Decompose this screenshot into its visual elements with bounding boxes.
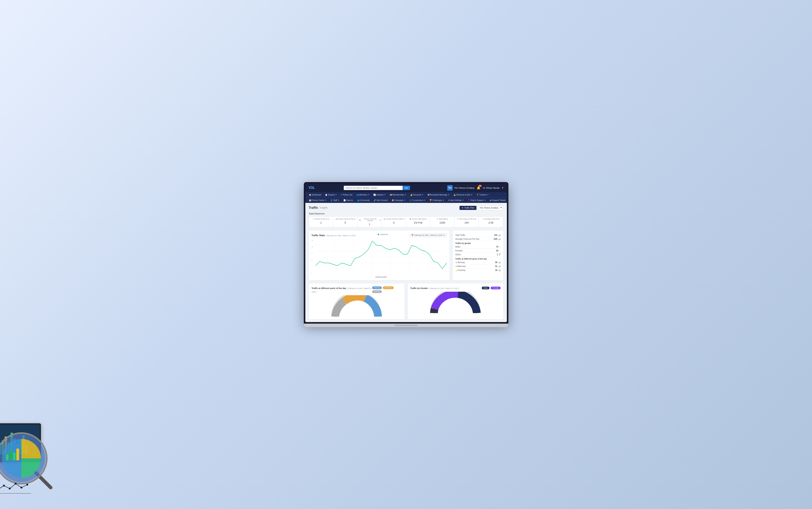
avg-checkins-label: Average Check-ins Per Day bbox=[455, 238, 479, 240]
x-axis-label[interactable]: Checkin Dates bbox=[316, 276, 447, 278]
fitness-center-icon: 🏢 bbox=[309, 199, 311, 201]
nav-memberships[interactable]: 🎫 Memberships ▼ bbox=[388, 192, 409, 198]
males-label: Males bbox=[455, 246, 461, 248]
women-icon: 📊 bbox=[359, 219, 361, 220]
nav-dashboard[interactable]: 🏠 Dashboard bbox=[307, 192, 323, 198]
stat-avg-checkins-header: ⊙ Average Check-ins ℹ bbox=[480, 218, 502, 220]
content-area: Traffic Insights ▼ Traffic Filter YDL Fi… bbox=[305, 203, 507, 322]
legend-dot-checkins bbox=[378, 234, 379, 235]
campaign-icon: 🎯 bbox=[392, 199, 394, 201]
nav-trainers[interactable]: 🏋 Trainers ▼ bbox=[475, 192, 490, 198]
info-icon-2[interactable]: ℹ bbox=[380, 219, 380, 221]
males-tag[interactable]: Males bbox=[482, 286, 489, 290]
svg-rect-6 bbox=[17, 449, 19, 460]
nav-app-settings[interactable]: ⚙ App Settings ▼ bbox=[446, 198, 466, 203]
females-tag[interactable]: Females bbox=[491, 286, 500, 290]
other-gender-icon: ⚥ bbox=[499, 253, 500, 256]
stat-traffic-rate-header: ◉ Current Traffic Rate ℹ bbox=[407, 218, 429, 220]
traffic-filter-button[interactable]: ▼ Traffic Filter bbox=[459, 206, 476, 210]
calendar-icon: 📅 bbox=[411, 234, 414, 236]
nav-ads-connect[interactable]: 🔗 Ads Connect bbox=[371, 198, 390, 203]
svg-rect-3 bbox=[6, 454, 8, 460]
svg-rect-4 bbox=[9, 450, 12, 460]
nav-support-tickets[interactable]: 🎟 Support Tickets bbox=[488, 198, 507, 203]
stat-present-checkins: ⊙ Present Check-ins ℹ 1 bbox=[309, 216, 333, 227]
nav-broadcast[interactable]: 📢 Broadcast Message ▼ bbox=[425, 192, 452, 198]
total-traffic-value: 131 📊 bbox=[494, 234, 500, 236]
date-caret: ▼ bbox=[443, 234, 445, 236]
analysis-caret: ▼ bbox=[384, 194, 386, 196]
svg-point-27 bbox=[343, 303, 370, 317]
afternoon-tag[interactable]: Afternoon bbox=[383, 286, 394, 289]
trainers-icon: 🏋 bbox=[477, 194, 479, 196]
info-icon-5[interactable]: ℹ bbox=[447, 218, 448, 220]
date-range-button[interactable]: 📅 February 19, 2023 - March 21, 2023 ▼ bbox=[410, 233, 447, 237]
user-greeting[interactable]: Hi, Rohan Nanda bbox=[483, 187, 499, 189]
staff-caret: ▼ bbox=[338, 199, 339, 201]
nav-community[interactable]: 👥 Community bbox=[355, 198, 372, 203]
notification-bell[interactable]: 🔔 48 bbox=[477, 186, 481, 190]
info-icon-0[interactable]: ℹ bbox=[328, 218, 329, 220]
evening-value: 24 📊 bbox=[495, 269, 500, 271]
afternoon-value: 51 📊 bbox=[495, 265, 500, 267]
nav-challenges[interactable]: 🏆 Challenges ▼ bbox=[427, 198, 446, 203]
nav-workouts[interactable]: 💪 Workouts & Diet ▼ bbox=[452, 192, 475, 198]
morning-row: ☀ Morning 55 📊 bbox=[455, 261, 500, 264]
location-select[interactable]: YDL Fitness (Colaba) bbox=[478, 206, 504, 210]
day-parts-section-header: Traffic at different parts of the day bbox=[455, 257, 500, 261]
nav-analysis[interactable]: 📈 Analysis ▼ bbox=[371, 192, 388, 198]
info-icon-4[interactable]: ℹ bbox=[426, 218, 426, 220]
traffic-stats-card: Traffic Stats ( February 19, 2023 - Marc… bbox=[309, 231, 450, 280]
laptop-notch bbox=[394, 325, 418, 326]
traffic-rate-icon: ◉ bbox=[410, 218, 411, 220]
morning-value: 55 📊 bbox=[495, 261, 500, 264]
nav-accounts[interactable]: 💰 Accounts ▼ bbox=[408, 192, 425, 198]
followups-icon: ↩ bbox=[340, 194, 342, 196]
others-row: Others 1 ⚥ bbox=[455, 253, 500, 257]
search-button[interactable]: Go! bbox=[402, 186, 410, 190]
morning-sun-icon: ☀ bbox=[455, 261, 457, 264]
afternoon-row: ✳ Afternoon 51 📊 bbox=[455, 264, 500, 268]
app-settings-caret: ▼ bbox=[462, 199, 463, 201]
nav-staff[interactable]: 👤 Staff ▼ bbox=[328, 198, 341, 203]
laptop-frame: YDL Go! YDL YDL Fitness (Colaba) 🔔 48 bbox=[304, 182, 509, 327]
bottom-charts: Traffic at different parts of the day ( … bbox=[309, 283, 504, 319]
search-bar[interactable]: Go! bbox=[344, 186, 410, 190]
challenges-caret: ▼ bbox=[443, 199, 444, 201]
info-icon-3[interactable]: ℹ bbox=[403, 218, 404, 220]
stat-checkins-other-value: 0 bbox=[383, 221, 405, 224]
stats-grid: ⊙ Present Check-ins ℹ 1 📊 Present Check-… bbox=[309, 216, 504, 228]
evening-tag[interactable]: Evening bbox=[372, 290, 382, 293]
total-traffic-label: Total Traffic bbox=[455, 234, 465, 236]
svg-point-11 bbox=[21, 486, 23, 488]
brand-logo: YDL YDL Fitness (Colaba) bbox=[447, 185, 474, 191]
nav-campaign[interactable]: 🎯 Campaign ▼ bbox=[390, 198, 408, 203]
nav-fitness-center[interactable]: 🏢 Fitness Center ▼ bbox=[307, 198, 329, 203]
info-icon-7[interactable]: ℹ bbox=[498, 218, 499, 220]
nav-followups[interactable]: ↩ Follow Ups bbox=[339, 192, 354, 198]
day-parts-card: Traffic at different parts of the day ( … bbox=[309, 283, 404, 319]
total-traffic-icon: ⊙ bbox=[437, 218, 438, 220]
day-parts-legend-tags: Morning Afternoon Evening bbox=[372, 286, 401, 293]
help-support-caret: ▼ bbox=[484, 199, 486, 201]
nav-ecommerce[interactable]: 🛒 E-commerce ▼ bbox=[408, 198, 427, 203]
user-dropdown-icon[interactable]: ▼ bbox=[502, 187, 504, 189]
nav-members[interactable]: 👥 Members ▼ bbox=[354, 192, 371, 198]
brand-logo-icon: YDL bbox=[447, 185, 453, 191]
stat-total-traffic-value: 1290 bbox=[431, 221, 453, 224]
nav-reports[interactable]: 📄 Reports bbox=[342, 198, 355, 203]
ads-connect-icon: 🔗 bbox=[373, 199, 376, 201]
broadcast-icon: 📢 bbox=[427, 194, 430, 196]
females-label: Females bbox=[455, 250, 463, 252]
gender-card: Traffic by Gender ( February 19, 2023 - … bbox=[408, 283, 504, 319]
info-icon-6[interactable]: ℹ bbox=[476, 218, 476, 220]
nav-enquiry[interactable]: 📋 Enquiry ▼ bbox=[323, 192, 339, 198]
svg-rect-5 bbox=[13, 452, 15, 460]
gender-title: Traffic by Gender bbox=[411, 287, 428, 290]
search-input[interactable] bbox=[344, 186, 402, 190]
nav-help-support[interactable]: ❓ Help & Support ▼ bbox=[465, 198, 488, 203]
laptop-base bbox=[304, 324, 509, 327]
info-icon-1[interactable]: ℹ bbox=[355, 218, 355, 220]
males-row: Males 72 ♂ bbox=[455, 245, 500, 249]
morning-tag[interactable]: Morning bbox=[372, 286, 382, 289]
